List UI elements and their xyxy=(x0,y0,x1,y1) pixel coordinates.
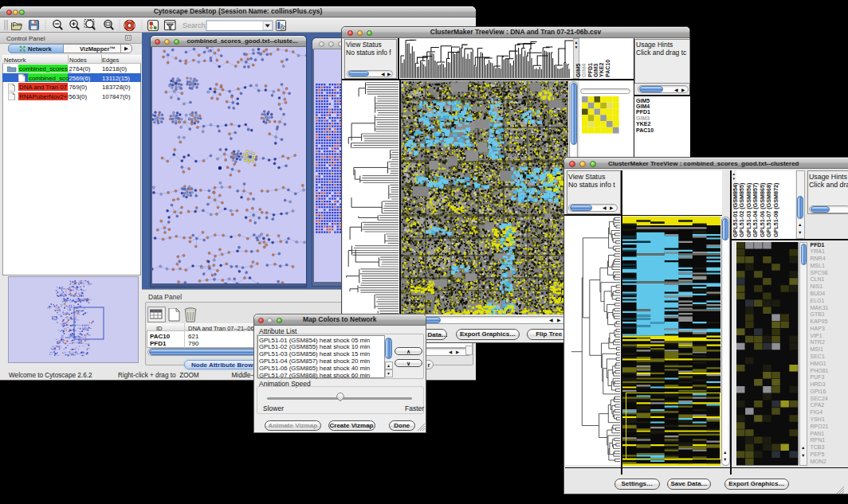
svg-text:Search:: Search: xyxy=(183,21,207,29)
